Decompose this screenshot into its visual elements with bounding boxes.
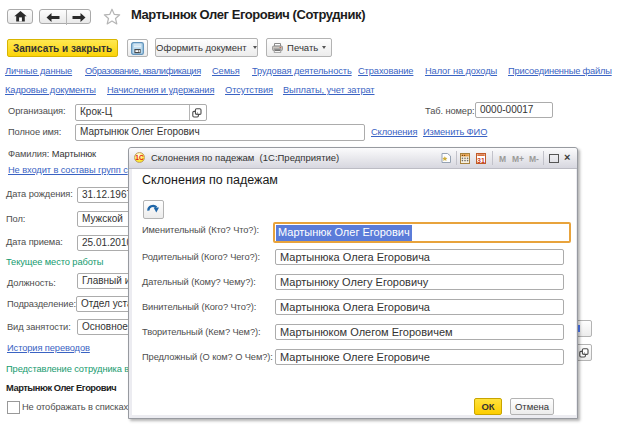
svg-text:31: 31 <box>477 157 485 164</box>
